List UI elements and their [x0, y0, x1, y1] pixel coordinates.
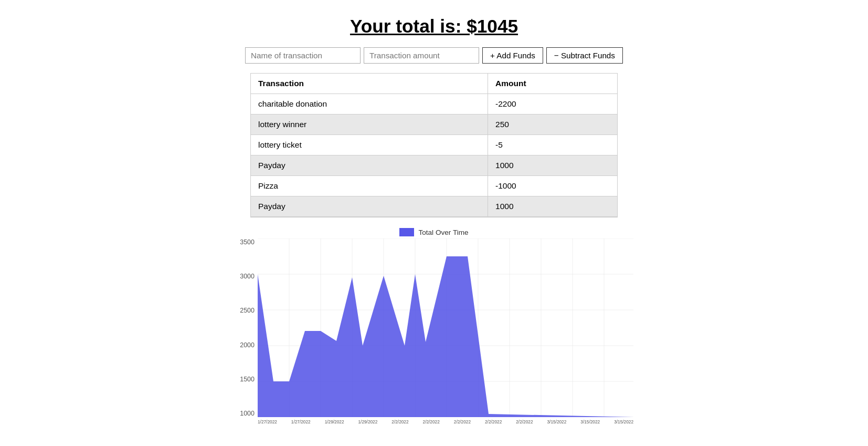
transaction-name-input[interactable] [245, 47, 361, 64]
transaction-amount-cell: -1000 [488, 176, 617, 196]
y-axis-label: 3500 [235, 238, 255, 246]
x-axis-label: 1/27/2022 [291, 419, 311, 424]
transaction-amount-cell: 250 [488, 115, 617, 135]
input-row: + Add Funds − Subtract Funds [245, 47, 623, 64]
svg-marker-17 [258, 256, 633, 417]
transactions-table: Transaction Amount charitable donation-2… [251, 74, 617, 217]
x-axis-label: 1/29/2022 [358, 419, 377, 424]
x-axis-label: 3/15/2022 [580, 419, 600, 424]
legend-color-box [399, 228, 414, 236]
y-axis-label: 1000 [235, 410, 255, 417]
chart-container: Total Over Time 350030002500200015001000 [235, 228, 633, 424]
x-axis-label: 2/2/2022 [454, 419, 471, 424]
x-axis: 1/27/20221/27/20221/29/20221/29/20222/2/… [258, 419, 633, 424]
x-axis-label: 1/27/2022 [258, 419, 277, 424]
transaction-amount-input[interactable] [364, 47, 479, 64]
table-row: Payday1000 [251, 155, 617, 176]
subtract-funds-button[interactable]: − Subtract Funds [546, 47, 623, 64]
col-amount: Amount [488, 74, 617, 94]
table-row: Payday1000 [251, 196, 617, 217]
transaction-name-cell: Payday [251, 155, 488, 176]
y-axis-label: 1500 [235, 376, 255, 383]
table-row: charitable donation-2200 [251, 94, 617, 115]
add-funds-button[interactable]: + Add Funds [482, 47, 543, 64]
transactions-table-container: Transaction Amount charitable donation-2… [250, 73, 618, 217]
transaction-amount-cell: -2200 [488, 94, 617, 115]
y-axis: 350030002500200015001000 [235, 238, 258, 417]
x-axis-label: 2/2/2022 [485, 419, 502, 424]
transaction-name-cell: lottery winner [251, 115, 488, 135]
table-row: Pizza-1000 [251, 176, 617, 196]
transaction-name-cell: Payday [251, 196, 488, 217]
y-axis-label: 3000 [235, 273, 255, 280]
x-axis-label: 3/15/2022 [614, 419, 633, 424]
transaction-amount-cell: 1000 [488, 196, 617, 217]
chart-svg [258, 238, 633, 417]
chart-legend: Total Over Time [235, 228, 633, 236]
col-transaction: Transaction [251, 74, 488, 94]
transaction-name-cell: Pizza [251, 176, 488, 196]
x-axis-label: 2/2/2022 [516, 419, 533, 424]
transaction-amount-cell: -5 [488, 135, 617, 155]
legend-label: Total Over Time [418, 229, 468, 236]
table-row: lottery ticket-5 [251, 135, 617, 155]
y-axis-label: 2000 [235, 341, 255, 349]
x-axis-label: 1/29/2022 [325, 419, 344, 424]
table-body: charitable donation-2200lottery winner25… [251, 94, 617, 217]
transaction-amount-cell: 1000 [488, 155, 617, 176]
chart-area: 350030002500200015001000 [235, 238, 633, 417]
x-axis-label: 2/2/2022 [391, 419, 408, 424]
x-axis-label: 3/15/2022 [547, 419, 566, 424]
y-axis-label: 2500 [235, 307, 255, 314]
transaction-name-cell: charitable donation [251, 94, 488, 115]
page-title: Your total is: $1045 [350, 16, 518, 37]
x-axis-label: 2/2/2022 [423, 419, 440, 424]
transaction-name-cell: lottery ticket [251, 135, 488, 155]
table-row: lottery winner250 [251, 115, 617, 135]
